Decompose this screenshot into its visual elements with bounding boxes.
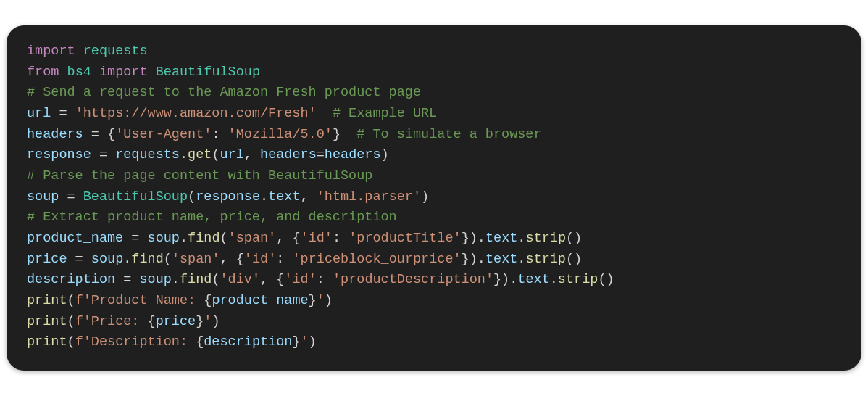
code-block[interactable]: import requests from bs4 import Beautifu… (7, 25, 861, 371)
fn-strip: strip (558, 272, 598, 287)
fn-find: find (131, 252, 163, 267)
colon: : (317, 272, 333, 287)
operator: = (123, 231, 147, 246)
line-10: product_name = soup.find('span', {'id': … (27, 231, 582, 246)
paren: ( (67, 334, 75, 350)
var-description: description (27, 272, 115, 287)
string-literal: 'span' (172, 252, 220, 267)
string-literal: 'https://www.amazon.com/Fresh' (75, 106, 317, 121)
paren: () (566, 252, 582, 267)
paren: ) (212, 314, 220, 329)
line-4: url = 'https://www.amazon.com/Fresh' # E… (27, 106, 437, 121)
dot: . (180, 147, 188, 162)
string-literal: 'html.parser' (317, 189, 421, 205)
string-literal: 'id' (301, 231, 333, 246)
module-requests: requests (83, 44, 148, 59)
comment: # Example URL (317, 106, 438, 121)
operator: } (333, 127, 341, 142)
var-url: url (27, 106, 51, 121)
line-3: # Send a request to the Amazon Fresh pro… (27, 85, 421, 100)
string-literal: 'span' (228, 231, 277, 246)
comma: , (301, 189, 317, 205)
paren: ( (67, 314, 75, 329)
dot: . (180, 231, 188, 246)
paren: ( (212, 272, 220, 287)
brace: { (204, 293, 212, 308)
paren: ( (188, 189, 196, 205)
attr-text: text (485, 252, 517, 267)
fstring: f'Price: (75, 314, 148, 329)
var-soup: soup (91, 252, 123, 267)
line-9: # Extract product name, price, and descr… (27, 210, 397, 225)
line-2: from bs4 import BeautifulSoup (27, 65, 260, 80)
keyword-import: import (27, 44, 75, 59)
fstring-end: ' (204, 314, 212, 329)
paren: () (598, 272, 614, 287)
comma: , (244, 147, 260, 162)
dot: . (260, 189, 268, 205)
paren: }). (493, 272, 517, 287)
class-beautifulsoup: BeautifulSoup (83, 189, 188, 205)
fn-strip: strip (525, 231, 566, 246)
comment: # Parse the page content with BeautifulS… (27, 168, 372, 183)
line-1: import requests (27, 44, 148, 59)
dot: . (550, 272, 558, 287)
string-literal: 'User-Agent' (115, 127, 212, 142)
operator: = { (83, 127, 115, 142)
colon: : (276, 252, 292, 267)
arg-headers: headers (325, 147, 381, 162)
line-13: print(f'Product Name: {product_name}') (27, 293, 333, 308)
operator: : (212, 127, 228, 142)
operator: = (317, 147, 325, 162)
var-headers: headers (27, 127, 83, 142)
dot: . (172, 272, 180, 287)
brace: } (196, 314, 204, 329)
paren: ) (421, 189, 429, 205)
line-8: soup = BeautifulSoup(response.text, 'htm… (27, 189, 429, 205)
fstring: f'Description: (75, 334, 196, 350)
attr-text: text (517, 272, 549, 287)
string-literal: 'Mozilla/5.0' (228, 127, 333, 142)
fn-find: find (180, 272, 212, 287)
module-bs4: bs4 (67, 65, 91, 80)
comma: , { (220, 252, 244, 267)
arg-url: url (220, 147, 244, 162)
brace: { (196, 334, 204, 350)
var-soup: soup (139, 272, 171, 287)
comment: # To simulate a browser (341, 127, 542, 142)
fn-print: print (27, 314, 67, 329)
keyword-from: from (27, 65, 59, 80)
comma: , { (260, 272, 284, 287)
fn-find: find (188, 231, 220, 246)
brace: } (309, 293, 317, 308)
line-14: print(f'Price: {price}') (27, 314, 220, 329)
var-response: response (27, 147, 91, 162)
brace: { (148, 314, 156, 329)
line-15: print(f'Description: {description}') (27, 334, 317, 350)
fn-print: print (27, 293, 67, 308)
paren: ) (381, 147, 389, 162)
var-soup: soup (27, 189, 59, 205)
var-product-name: product_name (212, 293, 308, 308)
string-literal: 'priceblock_ourprice' (292, 252, 461, 267)
operator: = (115, 272, 139, 287)
paren: ( (212, 147, 220, 162)
paren: ( (67, 293, 75, 308)
var-price: price (156, 314, 196, 329)
string-literal: 'productDescription' (333, 272, 493, 287)
var-product-name: product_name (27, 231, 123, 246)
attr-text: text (268, 189, 300, 205)
dot: . (517, 231, 525, 246)
string-literal: 'id' (244, 252, 276, 267)
colon: : (333, 231, 349, 246)
line-5: headers = {'User-Agent': 'Mozilla/5.0'} … (27, 127, 542, 142)
dot: . (517, 252, 525, 267)
operator: = (91, 147, 115, 162)
paren: ) (309, 334, 317, 350)
fn-strip: strip (525, 252, 566, 267)
class-beautifulsoup: BeautifulSoup (156, 65, 260, 80)
fstring-end: ' (317, 293, 325, 308)
fn-print: print (27, 334, 67, 350)
var-soup: soup (148, 231, 180, 246)
paren: ) (325, 293, 333, 308)
